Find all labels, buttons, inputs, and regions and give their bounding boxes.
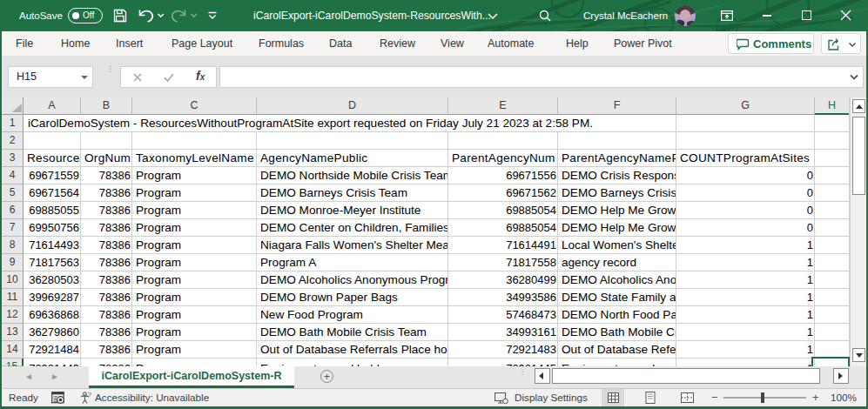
- svg-text:?: ?: [88, 392, 91, 398]
